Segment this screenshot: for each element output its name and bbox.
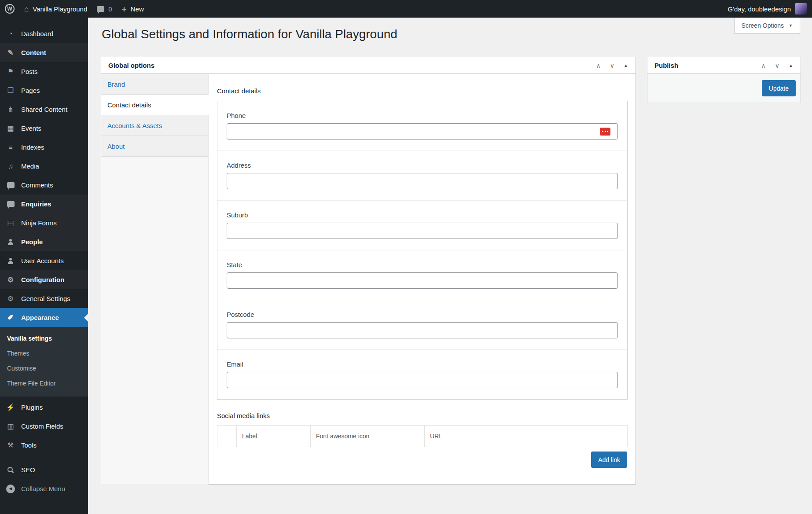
password-manager-autofill-icon[interactable]	[600, 128, 610, 136]
sidebar-item-ninja-forms[interactable]: ▤ Ninja Forms	[0, 213, 88, 232]
social-media-links-heading: Social media links	[217, 412, 628, 419]
field-row-address: Address	[217, 151, 627, 201]
people-icon	[6, 239, 15, 245]
page-title: Global Settings and Information for Vani…	[102, 27, 397, 41]
submenu-item-theme-file-editor[interactable]: Theme File Editor	[0, 376, 88, 391]
sidebar-item-custom-fields[interactable]: ▥ Custom Fields	[0, 417, 88, 436]
global-options-header: Global options ∧ ∨ ▲	[101, 57, 636, 74]
phone-field[interactable]	[227, 123, 618, 140]
global-options-body: Brand Contact details Accounts & Assets …	[101, 74, 636, 485]
suburb-field[interactable]	[227, 223, 618, 239]
sidebar-item-comments[interactable]: Comments	[0, 176, 88, 195]
actions-column	[612, 426, 628, 447]
sidebar-item-label: Plugins	[21, 404, 43, 411]
contact-details-panel: Contact details Phone Address	[209, 74, 636, 485]
postcode-label: Postcode	[227, 311, 618, 318]
pages-icon: ❐	[6, 87, 15, 94]
sidebar-item-label: Events	[21, 125, 41, 132]
sidebar-item-label: Configuration	[21, 276, 64, 283]
site-name-link[interactable]: ⌂ Vanilla Playground	[19, 0, 92, 18]
sidebar-item-tools[interactable]: ⚒ Tools	[0, 436, 88, 455]
move-down-icon[interactable]: ∨	[775, 62, 779, 69]
sidebar-item-seo[interactable]: SEO	[0, 460, 88, 479]
submenu-item-themes[interactable]: Themes	[0, 346, 88, 361]
tab-about[interactable]: About	[101, 136, 208, 157]
sidebar-item-label: Tools	[21, 441, 37, 449]
home-icon: ⌂	[24, 5, 29, 13]
publish-header: Publish ∧ ∨ ▲	[647, 57, 801, 74]
move-down-icon[interactable]: ∨	[610, 62, 614, 69]
sidebar-item-content[interactable]: ✎ Content	[0, 43, 88, 62]
tab-accounts-assets[interactable]: Accounts & Assets	[101, 115, 208, 136]
state-label: State	[227, 261, 618, 268]
submenu-item-customise[interactable]: Customise	[0, 361, 88, 376]
admin-menu: ◔ Dashboard ✎ Content ⚑ Posts ❐ Pages ⋔ …	[0, 18, 88, 327]
collapse-menu-button[interactable]: ◀ Collapse Menu	[0, 479, 88, 498]
sidebar-item-people[interactable]: People	[0, 232, 88, 251]
submenu-item-vanilla-settings[interactable]: Vanilla settings	[0, 331, 88, 346]
state-field[interactable]	[227, 272, 618, 289]
sidebar-item-dashboard[interactable]: ◔ Dashboard	[0, 24, 88, 43]
sidebar-item-posts[interactable]: ⚑ Posts	[0, 62, 88, 81]
move-up-icon[interactable]: ∧	[596, 62, 601, 69]
search-icon	[6, 467, 15, 473]
admin-menu-lower: ⚡ Plugins ▥ Custom Fields ⚒ Tools SEO ◀ …	[0, 397, 88, 498]
account-menu[interactable]: G'day, doubleedesign	[727, 3, 812, 15]
publish-metabox: Publish ∧ ∨ ▲ Update	[647, 57, 801, 103]
comment-bubble-icon	[6, 182, 15, 188]
sidebar-item-label: Content	[21, 49, 46, 56]
metabox-title: Publish	[647, 62, 678, 69]
sidebar-item-label: General Settings	[21, 295, 70, 302]
sidebar-item-user-accounts[interactable]: User Accounts	[0, 251, 88, 270]
comment-bubble-icon	[97, 6, 104, 12]
comments-link[interactable]: 0	[92, 0, 117, 18]
account-greeting: G'day, doubleedesign	[727, 5, 791, 13]
sidebar-item-indexes[interactable]: ≡ Indexes	[0, 138, 88, 157]
sidebar-item-label: Pages	[21, 87, 40, 94]
address-field[interactable]	[227, 173, 618, 189]
phone-label: Phone	[227, 112, 618, 119]
sidebar-item-general-settings[interactable]: ⚙ General Settings	[0, 289, 88, 308]
sidebar-item-plugins[interactable]: ⚡ Plugins	[0, 398, 88, 417]
screen-options-button[interactable]: Screen Options ▼	[734, 18, 800, 34]
social-links-header-row: Label Font awesome icon URL	[217, 426, 628, 447]
sidebar-item-events[interactable]: ▦ Events	[0, 119, 88, 138]
table-icon: ▥	[6, 423, 15, 430]
sidebar-item-label: Dashboard	[21, 30, 53, 37]
field-row-email: Email	[217, 350, 627, 399]
sidebar-item-label: Shared Content	[21, 106, 67, 113]
media-icon: ♫	[6, 163, 15, 170]
sidebar-item-label: People	[21, 238, 43, 246]
field-row-suburb: Suburb	[217, 201, 627, 250]
sidebar-item-label: Ninja Forms	[21, 219, 57, 227]
share-icon: ⋔	[6, 106, 15, 113]
field-row-state: State	[217, 250, 627, 300]
email-field[interactable]	[227, 372, 618, 388]
tab-contact-details[interactable]: Contact details	[101, 95, 209, 115]
move-up-icon[interactable]: ∧	[761, 62, 766, 69]
row-handle-column	[217, 426, 237, 447]
sidebar-item-label: SEO	[21, 466, 35, 474]
field-row-phone: Phone	[217, 101, 627, 151]
add-link-button[interactable]: Add link	[591, 452, 627, 468]
address-label: Address	[227, 162, 618, 169]
new-content-menu[interactable]: + New	[117, 0, 149, 18]
plus-icon: +	[122, 5, 127, 13]
tab-brand[interactable]: Brand	[101, 74, 208, 95]
sidebar-item-pages[interactable]: ❐ Pages	[0, 81, 88, 100]
toggle-panel-icon[interactable]: ▲	[624, 63, 628, 68]
wordpress-menu[interactable]: W	[0, 0, 19, 18]
sidebar-item-shared-content[interactable]: ⋔ Shared Content	[0, 100, 88, 119]
update-button[interactable]: Update	[762, 80, 796, 96]
toggle-panel-icon[interactable]: ▲	[789, 63, 793, 68]
sidebar-item-enquiries[interactable]: Enquiries	[0, 195, 88, 213]
sidebar-item-appearance[interactable]: ✐ Appearance	[0, 308, 88, 327]
settings-icon: ⚙	[6, 295, 15, 302]
sidebar-item-configuration[interactable]: ⚙ Configuration	[0, 270, 88, 289]
sidebar-item-media[interactable]: ♫ Media	[0, 157, 88, 176]
postcode-field[interactable]	[227, 322, 618, 338]
label-column-header: Label	[237, 426, 311, 447]
settings-tab-list: Brand Contact details Accounts & Assets …	[101, 74, 209, 485]
sidebar-item-label: Posts	[21, 68, 38, 75]
sidebar-item-label: Comments	[21, 181, 53, 189]
